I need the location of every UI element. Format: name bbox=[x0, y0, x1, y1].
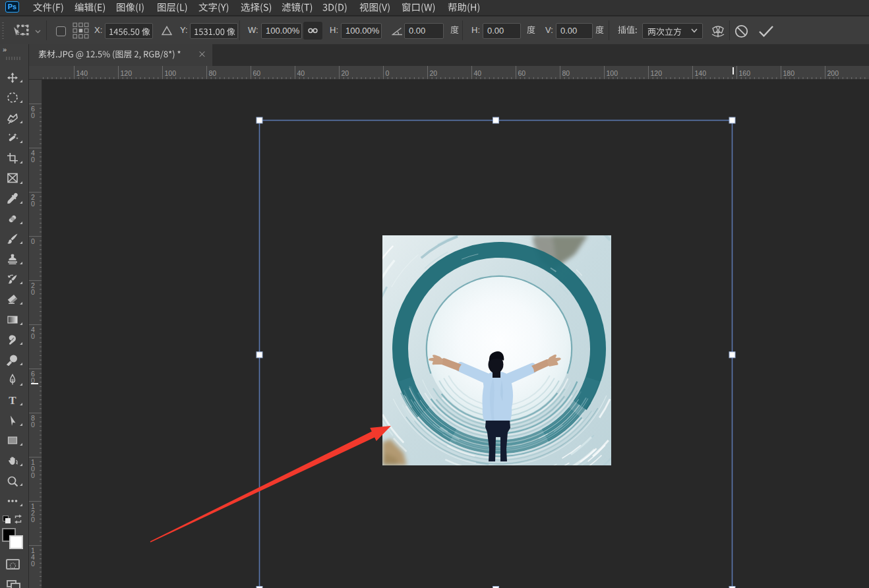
svg-text:0: 0 bbox=[31, 421, 35, 428]
svg-text:60: 60 bbox=[253, 69, 261, 77]
svg-text:80: 80 bbox=[562, 69, 570, 77]
svg-text:80: 80 bbox=[209, 69, 217, 77]
svg-text:120: 120 bbox=[651, 69, 663, 77]
svg-text:0: 0 bbox=[31, 376, 35, 384]
svg-text:100: 100 bbox=[607, 69, 618, 77]
svg-text:20: 20 bbox=[342, 69, 349, 77]
svg-text:0: 0 bbox=[31, 471, 35, 479]
svg-text:40: 40 bbox=[474, 69, 482, 77]
svg-text:0: 0 bbox=[31, 560, 35, 568]
svg-text:T: T bbox=[9, 394, 16, 406]
svg-text:20: 20 bbox=[430, 69, 438, 77]
svg-text:60: 60 bbox=[518, 69, 526, 77]
svg-text:0: 0 bbox=[31, 332, 35, 340]
svg-text:0: 0 bbox=[31, 237, 35, 245]
svg-text:0: 0 bbox=[31, 288, 35, 296]
svg-text:140: 140 bbox=[76, 69, 88, 77]
svg-text:0: 0 bbox=[31, 156, 35, 163]
svg-text:0: 0 bbox=[31, 111, 35, 119]
svg-text:100: 100 bbox=[165, 69, 177, 77]
svg-text:180: 180 bbox=[783, 69, 795, 77]
svg-text:140: 140 bbox=[695, 69, 707, 77]
svg-text:0: 0 bbox=[31, 200, 35, 208]
svg-text:200: 200 bbox=[827, 69, 839, 77]
svg-text:0: 0 bbox=[386, 69, 390, 77]
svg-text:40: 40 bbox=[297, 69, 305, 77]
svg-text:160: 160 bbox=[739, 69, 751, 77]
svg-text:120: 120 bbox=[121, 69, 133, 77]
svg-text:0: 0 bbox=[31, 515, 35, 523]
